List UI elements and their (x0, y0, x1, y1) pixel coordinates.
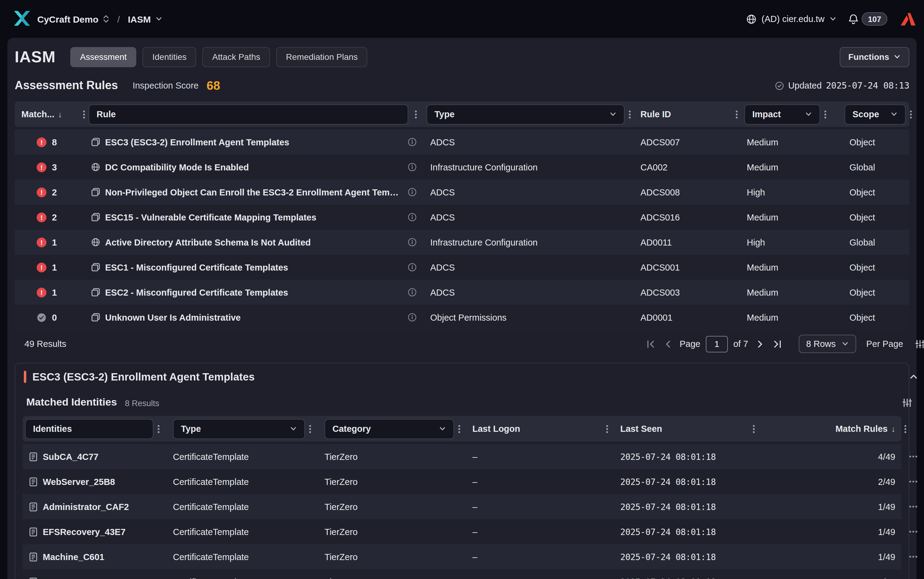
table-row[interactable]: EFS_9B53 CertificateTemplate TierZero – … (23, 569, 901, 579)
column-menu-icon[interactable] (454, 424, 464, 433)
identities-header-label: Identities (33, 424, 72, 433)
column-menu-icon[interactable] (153, 424, 163, 433)
functions-button[interactable]: Functions (840, 47, 909, 67)
row-actions-icon[interactable] (908, 451, 919, 461)
error-icon (37, 162, 46, 172)
scope-filter-dropdown[interactable]: Scope (845, 104, 906, 124)
cell-impact: Medium (741, 204, 830, 230)
column-settings-icon[interactable] (915, 339, 924, 349)
row-actions-icon[interactable] (908, 552, 919, 562)
match-rules-header-label: Match Rules (836, 424, 888, 433)
table-row[interactable]: 2 ESC15 - Vulnerable Certificate Mapping… (15, 204, 909, 230)
table-row[interactable]: EFSRecovery_43E7 CertificateTemplate Tie… (23, 519, 901, 544)
row-actions-icon[interactable] (908, 527, 919, 536)
table-row[interactable]: Machine_C601 CertificateTemplate TierZer… (23, 544, 901, 569)
column-menu-icon[interactable] (906, 109, 916, 119)
identities-filter-input[interactable]: Identities (25, 419, 153, 439)
cell-rule-id: ADCS016 (634, 204, 741, 230)
last-page-button[interactable] (771, 338, 783, 350)
column-menu-icon[interactable] (749, 424, 759, 433)
column-menu-icon[interactable] (732, 109, 741, 119)
column-header-type: Type (421, 101, 634, 127)
table-row[interactable]: WebServer_25B8 CertificateTemplate TierZ… (23, 469, 901, 494)
scope-header-label: Scope (852, 109, 879, 119)
table-row[interactable]: 2 Non-Privileged Object Can Enroll the E… (15, 180, 909, 204)
table-row[interactable]: Administrator_CAF2 CertificateTemplate T… (23, 494, 901, 519)
column-settings-icon[interactable] (902, 397, 913, 408)
table-row[interactable]: 1 Active Directory Attribute Schema Is N… (15, 230, 909, 255)
info-icon[interactable] (408, 237, 417, 247)
first-page-button[interactable] (644, 338, 656, 350)
tab-assessment[interactable]: Assessment (70, 47, 137, 67)
document-icon (29, 477, 38, 486)
cell-rule-id: AD0001 (634, 305, 741, 330)
column-header-match-rules[interactable]: Match Rules ↓ (759, 416, 901, 442)
row-actions-icon[interactable] (908, 502, 919, 512)
category-filter-dropdown[interactable]: Category (324, 419, 454, 439)
next-page-button[interactable] (754, 338, 766, 350)
previous-page-button[interactable] (662, 338, 674, 350)
rule-name: ESC15 - Vulnerable Certificate Mapping T… (105, 212, 316, 222)
table-row[interactable]: 0 Unknown User Is Administrative Object … (15, 305, 909, 330)
rule-filter-input[interactable]: Rule (88, 104, 408, 124)
info-icon[interactable] (408, 137, 417, 147)
table-row[interactable]: 3 DC Compatibility Mode Is Enabled Infra… (15, 155, 909, 180)
match-count: 0 (52, 312, 57, 322)
info-icon[interactable] (408, 313, 417, 322)
info-icon[interactable] (408, 188, 417, 197)
column-menu-icon[interactable] (900, 424, 910, 433)
page-number-input[interactable] (706, 335, 728, 352)
document-icon (29, 502, 38, 512)
match-count: 1 (52, 287, 57, 297)
table-row[interactable]: 1 ESC1 - Misconfigured Certificate Templ… (15, 255, 909, 280)
category-header-label: Category (333, 424, 371, 433)
column-header-rule-id[interactable]: Rule ID (634, 101, 741, 127)
document-icon (29, 451, 38, 461)
app-switcher[interactable]: IASM (128, 14, 162, 24)
info-icon[interactable] (408, 288, 417, 297)
domain-selector[interactable]: (AD) cier.edu.tw (746, 14, 837, 24)
tab-attack-paths[interactable]: Attack Paths (203, 47, 270, 67)
table-row[interactable]: SubCA_4C77 CertificateTemplate TierZero … (23, 444, 901, 469)
cycraft-logo-icon[interactable] (12, 10, 32, 28)
table-row[interactable]: 8 ESC3 (ESC3-2) Enrollment Agent Templat… (15, 129, 909, 155)
rule-name: Active Directory Attribute Schema Is Not… (105, 237, 311, 247)
type-filter-dropdown[interactable]: Type (426, 104, 624, 124)
tab-identities[interactable]: Identities (143, 47, 197, 67)
row-actions-icon[interactable] (908, 477, 919, 486)
sort-desc-icon[interactable]: ↓ (891, 424, 895, 433)
cell-last-logon: – (464, 469, 612, 494)
table-row[interactable]: 1 ESC2 - Misconfigured Certificate Templ… (15, 280, 909, 305)
detail-card-header[interactable]: ESC3 (ESC3-2) Enrollment Agent Templates (23, 363, 901, 390)
impact-filter-dropdown[interactable]: Impact (744, 104, 820, 124)
column-menu-icon[interactable] (820, 109, 830, 119)
rule-detail-card: ESC3 (ESC3-2) Enrollment Agent Templates… (15, 363, 909, 579)
column-header-last-seen[interactable]: Last Seen (612, 416, 759, 442)
cell-scope: Object (830, 305, 909, 330)
functions-label: Functions (848, 52, 889, 62)
column-menu-icon[interactable] (411, 109, 421, 119)
type-filter-dropdown[interactable]: Type (173, 419, 305, 439)
column-menu-icon[interactable] (79, 109, 88, 119)
sort-desc-icon[interactable]: ↓ (58, 110, 62, 119)
notifications-button[interactable]: 107 (848, 12, 887, 26)
column-menu-icon[interactable] (624, 109, 634, 119)
tab-remediation-plans[interactable]: Remediation Plans (276, 47, 368, 67)
certificate-template-icon (91, 188, 100, 197)
info-icon[interactable] (408, 162, 417, 172)
rows-per-page-select[interactable]: 8 Rows (799, 335, 856, 353)
cell-rule-id: CA002 (634, 155, 741, 180)
rules-table-body: 8 ESC3 (ESC3-2) Enrollment Agent Templat… (15, 129, 909, 330)
cell-type: ADCS (421, 280, 634, 305)
column-menu-icon[interactable] (602, 424, 612, 433)
org-switcher[interactable]: CyCraft Demo (37, 14, 110, 24)
cell-category: TierZero (315, 519, 464, 544)
info-icon[interactable] (408, 263, 417, 272)
column-header-match[interactable]: Match... ↓ (15, 101, 88, 127)
column-menu-icon[interactable] (305, 424, 315, 433)
cell-scope: Object (830, 129, 909, 155)
row-actions-icon[interactable] (908, 577, 919, 579)
info-icon[interactable] (408, 213, 417, 222)
column-header-last-logon[interactable]: Last Logon (464, 416, 612, 442)
collapse-chevron-icon[interactable] (909, 372, 919, 382)
